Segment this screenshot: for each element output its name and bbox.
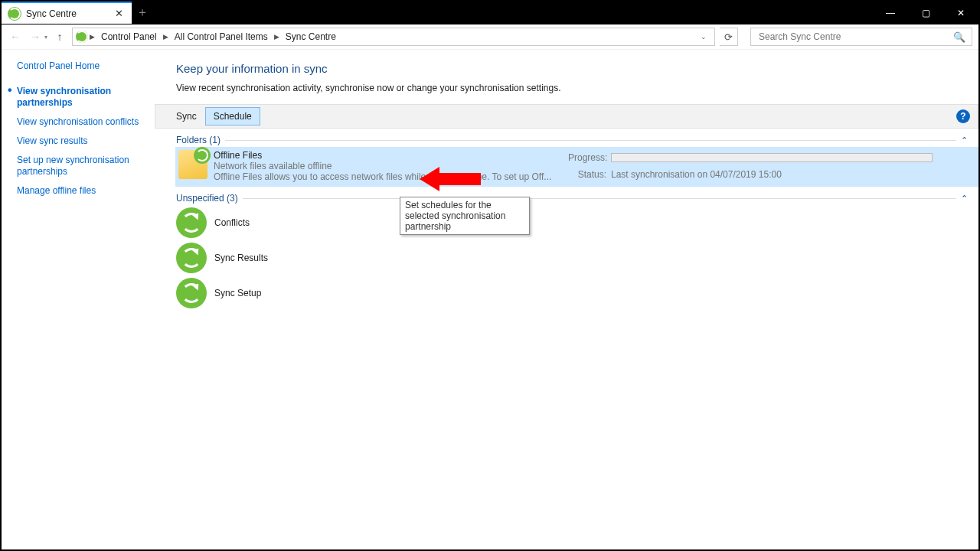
tooltip: Set schedules for the selected synchroni… [400, 197, 530, 235]
collapse-icon[interactable]: ⌃ [961, 194, 968, 204]
list-item-sync-results[interactable]: Sync Results [176, 240, 968, 276]
chevron-right-icon: ▶ [90, 33, 95, 41]
search-box[interactable]: 🔍 [750, 28, 972, 46]
close-button[interactable]: ✕ [943, 2, 978, 24]
sync-button[interactable]: Sync [168, 107, 205, 126]
sync-icon [176, 278, 207, 308]
folder-subtitle: Network files available offline [214, 161, 568, 171]
control-panel-home-link[interactable]: Control Panel Home [17, 60, 147, 72]
progress-label: Progress: [568, 152, 611, 163]
sync-icon [76, 31, 88, 43]
group-header-label: Unspecified (3) [176, 193, 238, 204]
search-input[interactable] [757, 31, 953, 43]
folder-icon [178, 150, 207, 179]
close-tab-button[interactable]: ✕ [112, 8, 126, 19]
list-item-label: Sync Setup [214, 288, 261, 298]
annotation-arrow [420, 167, 481, 190]
list-item-label: Sync Results [214, 253, 268, 263]
sync-icon [8, 7, 21, 21]
group-header-folders[interactable]: Folders (1) ⌃ [176, 135, 968, 145]
list-item-conflicts[interactable]: Conflicts [176, 205, 968, 240]
group-header-unspecified[interactable]: Unspecified (3) ⌃ [176, 193, 968, 204]
group-header-label: Folders (1) [176, 135, 220, 145]
page-title: Keep your information in sync [176, 62, 968, 75]
chevron-right-icon: ▶ [274, 33, 279, 41]
sidebar-item-partnerships[interactable]: View synchronisation partnerships [17, 86, 147, 109]
sidebar-item-manage-offline[interactable]: Manage offline files [17, 185, 147, 197]
folder-status: Progress: Status: Last synchronisation o… [568, 150, 974, 182]
history-dropdown[interactable]: ▾ [44, 34, 47, 41]
address-dropdown[interactable]: ⌄ [696, 33, 711, 41]
back-button[interactable]: ← [8, 29, 23, 44]
folder-title: Offline Files [214, 150, 568, 161]
folder-description: Offline Files allows you to access netwo… [214, 171, 568, 182]
refresh-button[interactable]: ⟳ [720, 28, 738, 46]
new-tab-button[interactable]: ＋ [132, 2, 153, 24]
list-item-sync-setup[interactable]: Sync Setup [176, 276, 968, 311]
tab-title: Sync Centre [26, 8, 107, 19]
maximize-button[interactable]: ▢ [908, 2, 943, 24]
divider [225, 140, 956, 141]
forward-button[interactable]: → [28, 29, 43, 44]
folder-item-offline-files[interactable]: Offline Files Network files available of… [175, 147, 978, 187]
schedule-button[interactable]: Schedule [205, 107, 260, 126]
up-button[interactable]: ↑ [52, 29, 67, 44]
sync-badge-icon [194, 147, 211, 164]
status-value: Last synchronisation on 04/07/2019 15:00 [611, 169, 974, 180]
sidebar-item-results[interactable]: View sync results [17, 135, 147, 147]
list-item-label: Conflicts [214, 217, 250, 228]
command-bar: Sync Schedule ? [155, 104, 978, 129]
toolbar: ← → ▾ ↑ ▶ Control Panel ▶ All Control Pa… [2, 24, 978, 50]
sidebar-item-setup[interactable]: Set up new synchronisation partnerships [17, 155, 147, 178]
minimize-button[interactable]: — [873, 2, 908, 24]
main-content: Keep your information in sync View recen… [155, 50, 978, 549]
body: Control Panel Home View synchronisation … [2, 50, 978, 549]
folder-text: Offline Files Network files available of… [214, 150, 568, 182]
chevron-right-icon: ▶ [163, 33, 168, 41]
breadcrumb-item[interactable]: Sync Centre [281, 31, 341, 42]
window-controls: — ▢ ✕ [873, 2, 978, 24]
breadcrumb-item[interactable]: Control Panel [96, 31, 162, 42]
status-label: Status: [568, 169, 611, 180]
search-icon: 🔍 [953, 31, 965, 43]
window: Sync Centre ✕ ＋ — ▢ ✕ ← → ▾ ↑ ▶ Control … [2, 2, 978, 549]
progress-bar [611, 153, 933, 162]
tab[interactable]: Sync Centre ✕ [2, 2, 132, 24]
sync-icon [176, 207, 207, 238]
sidebar-item-conflicts[interactable]: View synchronisation conflicts [17, 116, 147, 128]
breadcrumb-item[interactable]: All Control Panel Items [170, 31, 273, 42]
sidebar: Control Panel Home View synchronisation … [2, 50, 155, 549]
sync-icon [176, 243, 207, 273]
divider [243, 198, 956, 199]
titlebar: Sync Centre ✕ ＋ — ▢ ✕ [2, 2, 978, 24]
help-icon[interactable]: ? [956, 109, 970, 123]
address-bar[interactable]: ▶ Control Panel ▶ All Control Panel Item… [72, 28, 715, 46]
collapse-icon[interactable]: ⌃ [961, 135, 968, 145]
page-description: View recent synchronisation activity, sy… [176, 83, 968, 93]
